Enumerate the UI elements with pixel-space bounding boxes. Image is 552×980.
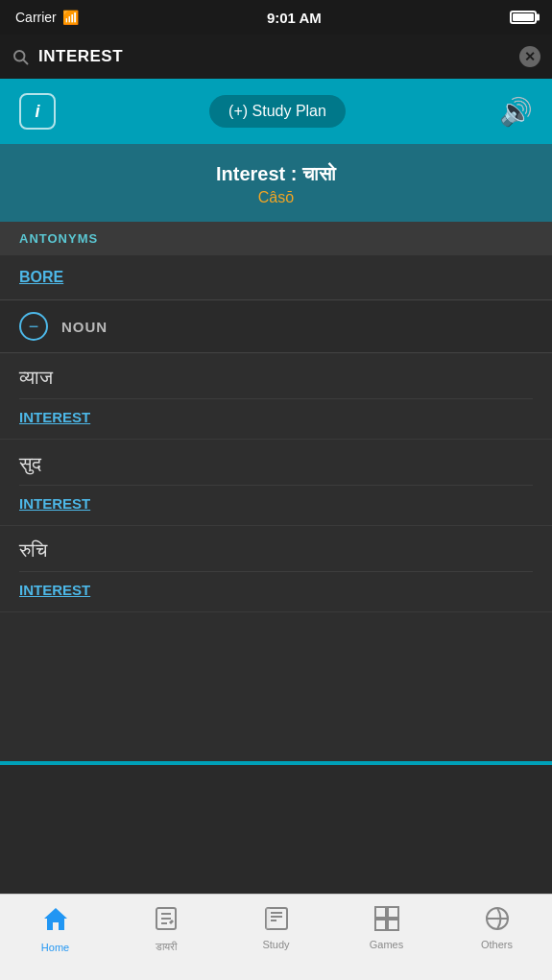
antonym-bore[interactable]: BORE	[0, 255, 552, 300]
tab-others[interactable]: Others	[442, 902, 552, 950]
tab-home[interactable]: Home	[0, 902, 110, 953]
games-icon	[374, 906, 399, 935]
english-link-2[interactable]: INTEREST	[19, 572, 533, 611]
tab-home-label: Home	[41, 942, 69, 953]
teal-separator	[0, 761, 552, 765]
tab-study[interactable]: Study	[221, 902, 331, 950]
status-left: Carrier 📶	[15, 10, 79, 25]
status-right	[510, 11, 537, 24]
tab-games-label: Games	[370, 939, 403, 950]
tab-games[interactable]: Games	[331, 902, 442, 950]
hindi-word-2: रुचि	[19, 539, 533, 572]
svg-rect-14	[375, 920, 386, 930]
svg-line-1	[23, 60, 27, 63]
wifi-icon: 📶	[62, 10, 79, 25]
entry-0: व्याज INTEREST	[0, 353, 552, 440]
entry-2: रुचि INTEREST	[0, 526, 552, 612]
info-button[interactable]: i	[19, 93, 56, 130]
entry-1: सुद INTEREST	[0, 440, 552, 526]
svg-marker-2	[44, 908, 67, 930]
hindi-word-0: व्याज	[19, 367, 533, 399]
home-icon	[42, 906, 69, 938]
carrier-label: Carrier	[15, 10, 57, 25]
noun-section-header[interactable]: − NOUN	[0, 300, 552, 353]
hindi-word-1: सुद	[19, 453, 533, 486]
svg-rect-12	[375, 907, 386, 918]
word-header: Interest : चासो Câsō	[0, 144, 552, 222]
bore-link[interactable]: BORE	[19, 269, 63, 285]
search-input[interactable]: INTEREST	[38, 47, 510, 66]
search-icon	[12, 48, 29, 65]
study-icon	[264, 906, 289, 935]
svg-rect-11	[266, 908, 270, 929]
study-plan-button[interactable]: (+) Study Plan	[209, 95, 346, 128]
status-time: 9:01 AM	[267, 10, 322, 26]
tab-bar: Home डायरी Study	[0, 894, 552, 980]
search-clear-button[interactable]: ✕	[519, 46, 540, 67]
english-link-0[interactable]: INTEREST	[19, 399, 533, 439]
tab-study-label: Study	[262, 939, 289, 950]
svg-rect-15	[388, 920, 398, 930]
word-roman: Câsō	[10, 189, 542, 206]
tab-others-label: Others	[481, 939, 513, 950]
tab-diary-label: डायरी	[156, 941, 177, 953]
english-link-1[interactable]: INTEREST	[19, 486, 533, 525]
diary-icon	[155, 906, 178, 937]
battery-icon	[510, 11, 537, 24]
svg-rect-13	[388, 907, 398, 918]
noun-label: NOUN	[61, 319, 108, 335]
collapse-noun-button[interactable]: −	[19, 312, 48, 341]
others-icon	[485, 906, 510, 935]
word-main: Interest : चासो	[10, 163, 542, 185]
speaker-icon[interactable]: 🔊	[499, 96, 533, 128]
antonyms-section-header: ANTONYMS	[0, 222, 552, 255]
status-bar: Carrier 📶 9:01 AM	[0, 0, 552, 35]
content-spacer	[0, 612, 552, 761]
search-bar[interactable]: INTEREST ✕	[0, 35, 552, 79]
tab-diary[interactable]: डायरी	[110, 902, 221, 953]
toolbar: i (+) Study Plan 🔊	[0, 79, 552, 144]
